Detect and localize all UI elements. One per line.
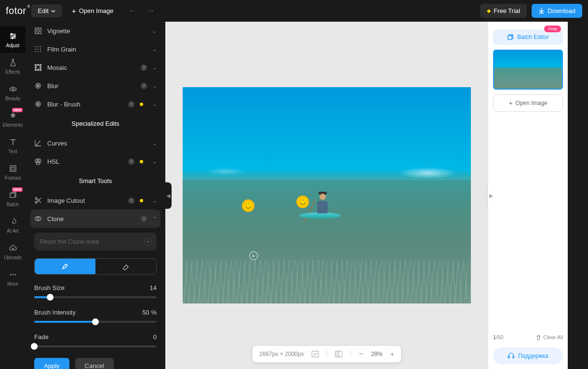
panel-row-label: Mosaic: [47, 64, 137, 71]
sidenav-adjust[interactable]: Adjust: [0, 26, 26, 53]
help-icon[interactable]: ?: [141, 216, 147, 222]
open-image-right-button[interactable]: +Open Image: [493, 94, 563, 112]
undo-icon[interactable]: ←: [128, 6, 136, 16]
pro-dot: [140, 160, 143, 163]
canvas-status-bar: 2667px × 2000px − 28% +: [253, 346, 401, 362]
svg-rect-23: [40, 64, 41, 66]
chevron-down-icon: ⌄: [152, 46, 157, 53]
sidenav-frames[interactable]: Frames: [0, 159, 26, 185]
panel-row-filmgrain[interactable]: Film Grain⌄: [30, 40, 160, 58]
star-icon: [8, 111, 18, 120]
edit-dropdown[interactable]: Edit: [31, 4, 62, 17]
photo[interactable]: +: [183, 87, 471, 303]
slider-thumb[interactable]: [92, 318, 99, 325]
help-icon[interactable]: ?: [141, 83, 147, 89]
diamond-icon: ◆: [487, 8, 491, 14]
svg-point-17: [40, 49, 41, 50]
app-sidebar-right: [568, 22, 588, 369]
zoom-in-button[interactable]: +: [390, 350, 394, 358]
sidenav-aiart[interactable]: AI Art: [0, 212, 26, 238]
slider-thumb[interactable]: [31, 343, 38, 350]
sidenav-text[interactable]: Text: [0, 132, 26, 159]
apply-button[interactable]: Apply: [34, 358, 69, 369]
canvas-viewport[interactable]: +: [165, 22, 488, 369]
svg-point-8: [12, 274, 13, 276]
pro-dot: [140, 199, 143, 202]
sidenav-batch[interactable]: NEW Batch: [0, 185, 26, 212]
cloud-icon: [8, 243, 18, 253]
help-icon[interactable]: ?: [128, 101, 134, 107]
right-panel: ▶ Free Batch Editor +Open Image 1/50 Cle…: [488, 22, 568, 369]
panel-row-vignette[interactable]: Vignette⌄: [30, 22, 160, 40]
reset-clone-button[interactable]: Reset the Clone Area+: [34, 233, 157, 250]
cancel-button[interactable]: Cancel: [75, 358, 114, 369]
svg-rect-26: [35, 69, 37, 71]
svg-rect-25: [40, 66, 41, 68]
header-left: fotor® Edit +Open Image ← →: [6, 4, 155, 17]
panel-row-blur[interactable]: Blur?⌄: [30, 77, 160, 95]
compare-icon[interactable]: [335, 351, 343, 357]
batch-editor-button[interactable]: Free Batch Editor: [493, 29, 563, 45]
help-icon[interactable]: ?: [128, 198, 134, 204]
help-icon[interactable]: ?: [141, 65, 147, 71]
sidenav-beauty[interactable]: Beauty: [0, 79, 26, 106]
sidenav-effects[interactable]: Effects: [0, 53, 26, 79]
new-badge: NEW: [12, 187, 23, 192]
flask-icon: [8, 58, 18, 67]
expand-right-tab[interactable]: ▶: [488, 182, 494, 209]
batch-label: Batch Editor: [517, 34, 548, 40]
panel-row-label: Image Cutout: [47, 197, 125, 204]
blurbrush-icon: [34, 100, 42, 108]
zoom-out-button[interactable]: −: [359, 350, 363, 358]
sidenav-elements[interactable]: NEW Elements: [0, 106, 26, 132]
help-icon[interactable]: ?: [128, 158, 134, 165]
free-badge: Free: [544, 26, 561, 32]
sidenav-label: Effects: [5, 69, 20, 75]
panel-row-cutout[interactable]: Image Cutout?⌄: [30, 191, 160, 210]
sidenav-label: Adjust: [6, 43, 20, 48]
slider-track[interactable]: [34, 345, 157, 347]
svg-rect-22: [37, 64, 39, 66]
svg-point-3: [12, 88, 14, 90]
slider-thumb[interactable]: [47, 294, 53, 301]
canvas-area: ◀ + 2667px × 2000px − 28% +: [165, 22, 488, 369]
collapse-panel-tab[interactable]: ◀: [164, 182, 172, 209]
fit-icon[interactable]: [311, 351, 319, 357]
panel-row-blurbrush[interactable]: Blur - Brush?⌄: [30, 95, 160, 113]
logo[interactable]: fotor®: [6, 5, 27, 16]
clear-all-button[interactable]: Clear All: [536, 334, 563, 340]
svg-rect-27: [37, 69, 39, 71]
free-trial-button[interactable]: ◆Free Trial: [480, 4, 527, 18]
redo-icon[interactable]: →: [146, 6, 155, 16]
sidenav-uploads[interactable]: Uploads: [0, 238, 26, 265]
header-right: ◆Free Trial Download: [480, 4, 582, 18]
support-button[interactable]: Поддержка: [493, 347, 563, 364]
sidenav-label: More: [7, 281, 18, 287]
blur-icon: [34, 82, 42, 90]
image-thumbnail[interactable]: [493, 50, 563, 90]
brush-add-button[interactable]: [35, 259, 95, 274]
panel-row-mosaic[interactable]: Mosaic?⌄: [30, 58, 160, 77]
download-button[interactable]: Download: [532, 4, 582, 18]
sidenav-more[interactable]: More: [0, 265, 26, 291]
svg-point-13: [38, 46, 39, 47]
svg-point-19: [38, 51, 39, 52]
panel-row-hsl[interactable]: HSL?⌄: [30, 152, 160, 171]
brush-erase-button[interactable]: [95, 259, 156, 274]
slider-track[interactable]: [34, 296, 157, 298]
open-image-button[interactable]: +Open Image: [72, 7, 113, 15]
panel-row-clone[interactable]: Clone?⌃: [30, 210, 160, 228]
panel-row-label: Blur - Brush: [47, 101, 125, 108]
svg-rect-6: [10, 193, 15, 198]
chevron-down-icon: ⌄: [152, 101, 157, 107]
chevron-down-icon: ⌄: [152, 198, 157, 204]
brush-size-slider: Brush Size14: [30, 284, 160, 298]
chevron-up-icon: ⌃: [152, 216, 157, 222]
chevron-down-icon: ⌄: [152, 83, 157, 89]
svg-point-15: [35, 49, 36, 50]
fade-slider: Fade0: [30, 333, 160, 347]
trash-icon: [536, 335, 541, 340]
slider-track[interactable]: [34, 321, 157, 323]
panel-row-curves[interactable]: Curves⌄: [30, 134, 160, 152]
plus-circle-icon: +: [144, 238, 152, 246]
